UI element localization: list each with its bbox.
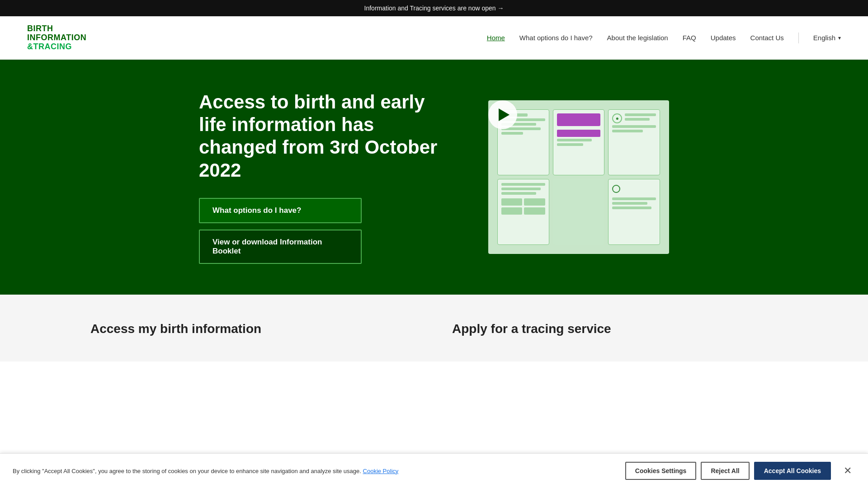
circle-icon bbox=[612, 185, 620, 193]
language-label: English bbox=[813, 34, 835, 42]
info-booklet-button[interactable]: View or download Information Booklet bbox=[199, 230, 362, 264]
doc-card-5 bbox=[553, 179, 605, 245]
video-illustration: ● bbox=[488, 100, 669, 254]
nav-options[interactable]: What options do I have? bbox=[519, 34, 593, 42]
logo-line3: &TRACING bbox=[27, 42, 86, 52]
video-thumbnail: ● bbox=[488, 100, 669, 254]
lower-col-birth-title: Access my birth information bbox=[90, 322, 416, 336]
play-button[interactable] bbox=[488, 100, 517, 129]
logo-text: BIRTH INFORMATION &TRACING bbox=[27, 24, 86, 51]
nav-legislation[interactable]: About the legislation bbox=[607, 34, 668, 42]
lower-col-birth: Access my birth information bbox=[90, 322, 416, 343]
logo: BIRTH INFORMATION &TRACING bbox=[27, 24, 86, 51]
doc-card-3: ● bbox=[608, 109, 660, 175]
lower-col-tracing: Apply for a tracing service bbox=[452, 322, 778, 343]
hero-section: Access to birth and early life informati… bbox=[0, 60, 868, 295]
logo-line1: BIRTH bbox=[27, 24, 86, 33]
chevron-down-icon: ▾ bbox=[838, 35, 841, 41]
nav-faq[interactable]: FAQ bbox=[683, 34, 696, 42]
lower-col-tracing-title: Apply for a tracing service bbox=[452, 322, 778, 336]
top-banner-text: Information and Tracing services are now… bbox=[364, 5, 504, 12]
header: BIRTH INFORMATION &TRACING Home What opt… bbox=[0, 16, 868, 60]
lower-section: Access my birth information Apply for a … bbox=[0, 295, 868, 361]
top-banner: Information and Tracing services are now… bbox=[0, 0, 868, 16]
main-nav: Home What options do I have? About the l… bbox=[487, 33, 841, 43]
doc-card-4 bbox=[497, 179, 549, 245]
hero-title: Access to birth and early life informati… bbox=[199, 91, 452, 182]
nav-updates[interactable]: Updates bbox=[711, 34, 736, 42]
nav-divider bbox=[798, 33, 799, 43]
nav-home[interactable]: Home bbox=[487, 34, 505, 42]
play-icon bbox=[499, 108, 509, 121]
doc-card-2 bbox=[553, 109, 605, 175]
language-selector[interactable]: English ▾ bbox=[813, 34, 841, 42]
nav-contact[interactable]: Contact Us bbox=[750, 34, 784, 42]
hero-buttons: What options do I have? View or download… bbox=[199, 198, 362, 264]
doc-card-6 bbox=[608, 179, 660, 245]
hero-content: Access to birth and early life informati… bbox=[199, 91, 452, 264]
logo-line2: INFORMATION bbox=[27, 33, 86, 42]
what-options-button[interactable]: What options do I have? bbox=[199, 198, 362, 223]
